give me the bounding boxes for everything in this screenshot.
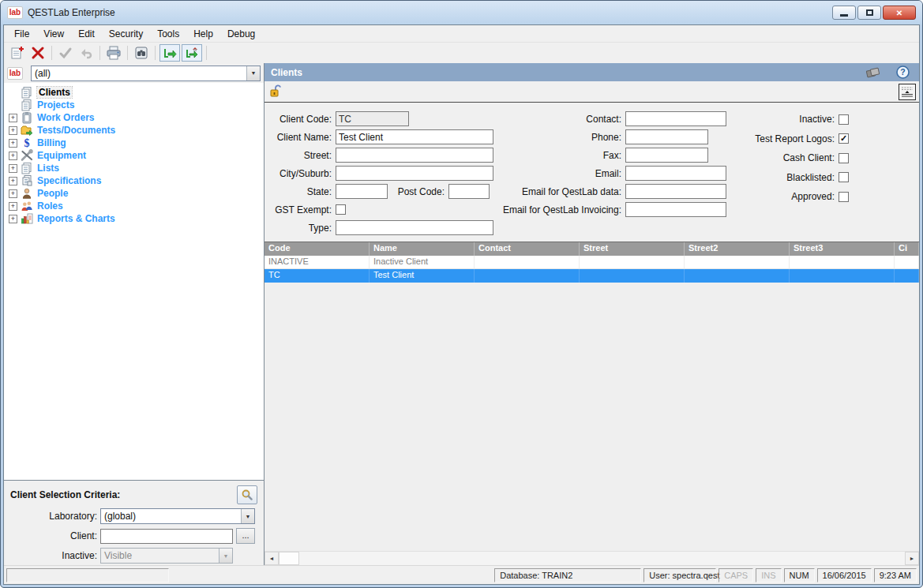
help-icon[interactable]: ? — [896, 66, 910, 79]
cell-street3[interactable] — [790, 269, 895, 283]
cell-code[interactable]: INACTIVE — [265, 256, 370, 268]
gst-exempt-checkbox[interactable] — [336, 204, 346, 215]
tree-item-work-orders[interactable]: + Work Orders — [9, 111, 264, 124]
restore-button[interactable] — [857, 6, 881, 20]
collapse-form-button[interactable] — [899, 84, 916, 100]
column-header-city[interactable]: Ci — [895, 242, 919, 256]
column-header-street3[interactable]: Street3 — [790, 242, 895, 256]
email-qestlab-data-field[interactable] — [625, 184, 726, 199]
email-qestlab-invoicing-field[interactable] — [625, 202, 726, 217]
tree-item-tests-documents[interactable]: + Tests/Documents — [9, 124, 264, 137]
export-data-button[interactable] — [159, 44, 180, 62]
export-data-return-button[interactable] — [182, 44, 202, 62]
menu-tools[interactable]: Tools — [150, 27, 186, 41]
unlock-icon[interactable] — [269, 84, 283, 99]
cash-client-checkbox[interactable] — [839, 153, 849, 163]
menu-edit[interactable]: Edit — [71, 27, 102, 41]
column-header-name[interactable]: Name — [370, 242, 475, 256]
cell-street2[interactable] — [685, 256, 790, 268]
chevron-down-icon[interactable]: ▼ — [241, 509, 254, 523]
laboratory-select[interactable]: (global) ▼ — [100, 508, 255, 524]
cell-code[interactable]: TC — [265, 269, 370, 283]
fax-label: Fax: — [495, 150, 621, 161]
minimize-button[interactable] — [832, 6, 856, 20]
undo-button[interactable] — [76, 44, 96, 62]
delete-button[interactable] — [28, 44, 48, 62]
phone-field[interactable] — [625, 129, 708, 144]
chevron-down-icon[interactable]: ▼ — [246, 66, 260, 81]
cards-icon[interactable] — [866, 67, 880, 78]
client-input[interactable] — [100, 529, 233, 544]
client-name-field[interactable] — [336, 129, 493, 144]
cell-street[interactable] — [580, 269, 685, 283]
tree-item-reports-charts[interactable]: + Reports & Charts — [9, 212, 264, 225]
fax-field[interactable] — [625, 148, 708, 163]
column-header-code[interactable]: Code — [265, 242, 370, 256]
test-report-logos-checkbox[interactable]: ✓ — [839, 133, 849, 144]
type-field[interactable] — [336, 220, 493, 235]
post-code-field[interactable] — [448, 184, 490, 199]
scroll-left-icon[interactable]: ◄ — [265, 552, 279, 565]
expand-icon[interactable]: + — [9, 202, 17, 211]
cell-contact[interactable] — [475, 256, 580, 268]
cell-street2[interactable] — [685, 269, 790, 283]
street-field[interactable] — [336, 148, 493, 163]
scroll-right-icon[interactable]: ► — [905, 552, 919, 565]
cell-name[interactable]: Test Client — [370, 269, 475, 283]
print-button[interactable] — [103, 44, 124, 62]
email-field[interactable] — [625, 166, 726, 181]
approved-checkbox[interactable] — [839, 192, 849, 202]
menu-security[interactable]: Security — [102, 27, 150, 41]
cell-city[interactable] — [895, 256, 919, 268]
search-preview-button[interactable] — [131, 44, 152, 62]
column-header-street[interactable]: Street — [580, 242, 685, 256]
expand-icon[interactable]: + — [9, 114, 17, 122]
city-suburb-field[interactable] — [336, 166, 493, 181]
tree-item-projects[interactable]: Projects — [9, 99, 264, 111]
cell-street[interactable] — [580, 256, 685, 268]
close-button[interactable]: ✕ — [883, 6, 916, 20]
projects-icon — [20, 99, 34, 111]
column-header-street2[interactable]: Street2 — [685, 242, 790, 256]
confirm-button[interactable] — [55, 44, 76, 62]
new-record-button[interactable] — [7, 44, 28, 62]
tree-item-people[interactable]: + People — [9, 187, 264, 200]
menu-debug[interactable]: Debug — [220, 27, 262, 41]
menu-file[interactable]: File — [7, 27, 36, 41]
menu-view[interactable]: View — [36, 27, 71, 41]
laboratory-filter-combo[interactable]: (all) ▼ — [31, 66, 261, 81]
table-row[interactable]: INACTIVE Inactive Client — [265, 256, 919, 269]
cell-city[interactable] — [895, 269, 919, 283]
expand-icon[interactable]: + — [9, 152, 17, 160]
tree-item-equipment[interactable]: + Equipment — [9, 149, 264, 162]
scrollbar-track[interactable] — [299, 552, 905, 565]
expand-icon[interactable]: + — [9, 215, 17, 223]
inactive-checkbox[interactable] — [839, 114, 849, 125]
expand-icon[interactable]: + — [9, 189, 17, 198]
expand-icon[interactable]: + — [9, 177, 17, 185]
search-button[interactable] — [237, 485, 257, 504]
tree-item-clients[interactable]: Clients — [9, 86, 264, 99]
title-bar[interactable]: lab QESTLab Enterprise ✕ — [1, 1, 922, 24]
expand-icon[interactable]: + — [9, 126, 17, 135]
post-code-label: Post Code: — [388, 186, 445, 197]
browse-button[interactable]: ... — [236, 528, 255, 544]
table-row-selected[interactable]: TC Test Client — [265, 269, 919, 283]
minimize-icon — [840, 14, 848, 17]
horizontal-scrollbar[interactable]: ◄ ► — [265, 551, 919, 565]
blacklisted-checkbox[interactable] — [839, 172, 849, 182]
expand-icon[interactable]: + — [9, 139, 17, 148]
cell-contact[interactable] — [475, 269, 580, 283]
column-header-contact[interactable]: Contact — [475, 242, 580, 256]
contact-field[interactable] — [625, 111, 726, 126]
cell-name[interactable]: Inactive Client — [370, 256, 475, 268]
tree-item-billing[interactable]: + $ Billing — [9, 137, 264, 149]
tree-item-roles[interactable]: + Roles — [9, 200, 264, 212]
cell-street3[interactable] — [790, 256, 895, 268]
state-field[interactable] — [336, 184, 388, 199]
tree-item-lists[interactable]: + Lists — [9, 162, 264, 174]
scrollbar-thumb[interactable] — [279, 552, 299, 565]
menu-help[interactable]: Help — [186, 27, 220, 41]
expand-icon[interactable]: + — [9, 164, 17, 173]
tree-item-specifications[interactable]: + Specifications — [9, 174, 264, 187]
